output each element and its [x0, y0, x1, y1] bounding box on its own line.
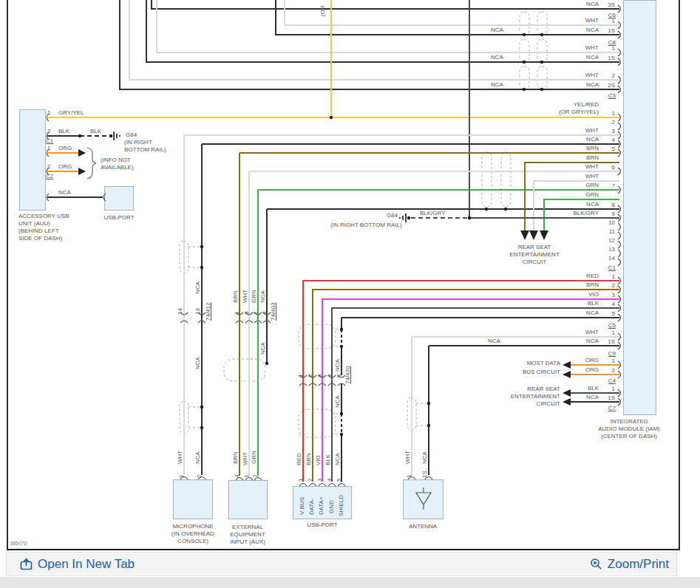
diagram-label: (OR — [319, 5, 326, 16]
diagram-label: (IN OVERHEAD — [171, 530, 214, 537]
diagram-label: NCA — [586, 136, 599, 143]
pin-number: 2 — [612, 119, 615, 126]
zoom-icon — [590, 558, 602, 570]
diagram-label: BLK — [58, 128, 69, 134]
diagram-label: BOTTOM RAIL) — [124, 146, 166, 153]
diagram-label: 1 — [297, 479, 304, 482]
diagram-label: WHT — [177, 451, 183, 464]
diagram-label: 2 — [196, 475, 203, 478]
diagram-label: GND — [328, 500, 335, 513]
pin-number: 1 — [612, 45, 615, 52]
diagram-label: NCA — [58, 189, 71, 196]
pin-number: 14 — [608, 255, 615, 261]
diagram-label: NCA — [586, 310, 599, 316]
diagram-label: ACCESSORY USB — [18, 213, 69, 219]
diagram-label: UNIT (AUU) — [18, 220, 50, 227]
pin-number: 3 — [612, 128, 615, 134]
diagram-label: INTEGRATED — [611, 418, 648, 425]
diagram-label: (OR GRY/YEL) — [559, 109, 599, 115]
pin-number: 1 — [612, 329, 615, 336]
diagram-label: ORG — [58, 145, 72, 151]
diagram-label: MICROPHONE — [172, 523, 213, 530]
diagram-label: WHT — [585, 127, 599, 134]
diagram-label: NCA — [586, 81, 599, 88]
diagram-label: 2 — [307, 375, 313, 377]
diagram-label: C2 — [46, 173, 53, 180]
pin-number: 2 — [612, 282, 615, 289]
diagram-label: 4 — [261, 312, 268, 315]
diagram-label: DATA- — [308, 498, 315, 515]
pin-number: 2 — [612, 367, 615, 374]
diagram-label: C1 — [608, 264, 616, 271]
diagram-label: 3 — [316, 375, 323, 377]
diagram-label: (INFO NOT — [101, 157, 131, 163]
diagram-label: NCA — [586, 54, 599, 61]
open-in-new-tab-link[interactable]: Open In New Tab — [20, 557, 135, 572]
diagram-label: RED — [586, 273, 599, 279]
diagram-label: USB-PORT — [307, 522, 337, 528]
diagram-label: NCA — [334, 453, 341, 465]
diagram-label: ANTENNA — [409, 523, 437, 530]
diagram-label: C4 — [608, 377, 616, 384]
diagram-label: WHT — [585, 44, 599, 51]
diagram-label: NCA — [586, 1, 599, 7]
pin-number: 5 — [612, 310, 615, 317]
diagram-label: DATA+ — [318, 496, 324, 515]
diagram-label: NCA — [586, 394, 599, 400]
wiring-diagram-viewer: { "doc_number": "385070", "footer": { "o… — [0, 0, 700, 588]
diagram-labels: 385070 NCAWHTNCAWHTNCAWHTNCAYEL/RED(OR G… — [0, 0, 700, 588]
diagram-label: 1 — [243, 475, 250, 478]
pin-number: 4 — [612, 137, 615, 143]
diagram-label: NCA — [491, 81, 503, 88]
diagram-label: C3 — [608, 92, 616, 99]
pin-number: 12 — [608, 237, 615, 244]
diagram-label: NCA — [194, 451, 201, 464]
diagram-label: WHT — [242, 290, 248, 303]
viewer-toolbar: Open In New Tab Zoom/Print — [6, 552, 677, 576]
diagram-label: YEL/RED — [574, 101, 599, 108]
diagram-label: WHT — [585, 17, 599, 24]
zoom-print-link[interactable]: Zoom/Print — [590, 557, 669, 572]
diagram-label: BLK — [324, 454, 331, 465]
diagram-label: BUS CIRCUIT — [523, 369, 560, 375]
pin-number: 2 — [612, 72, 615, 79]
diagram-label: NCA — [334, 395, 341, 408]
diagram-label: BLK/GRY — [420, 210, 446, 216]
diagram-label: 74/420 — [344, 366, 351, 384]
pin-number: 5 — [612, 146, 615, 152]
diagram-label: WHT — [585, 329, 599, 335]
diagram-label: 74/412 — [205, 303, 211, 321]
diagram-label: VIO — [588, 291, 599, 298]
diagram-label: 13 — [194, 308, 201, 315]
diagram-label: C7 — [608, 405, 616, 411]
pin-number: 3 — [612, 292, 615, 298]
diagram-label: BRN — [586, 281, 599, 288]
pin-number: 13 — [608, 246, 615, 253]
diagram-label: ENTERTAINMENT — [509, 251, 559, 258]
diagram-label: 14 — [177, 308, 183, 315]
diagram-label: GRN — [251, 451, 257, 464]
diagram-label: BLK — [588, 300, 599, 307]
pin-number: 9 — [612, 211, 615, 217]
diagram-label: NCA — [334, 359, 341, 372]
diagram-label: RED — [296, 453, 302, 465]
diagram-label: WHT — [585, 72, 599, 78]
diagram-label: 1 — [47, 145, 50, 151]
diagram-label: C5 — [608, 322, 616, 329]
page-bottom-strip — [0, 577, 700, 588]
pin-number: 1 — [612, 273, 615, 280]
pin-number: 1 — [612, 386, 615, 392]
diagram-label: INPUT (AUX) — [230, 539, 265, 545]
pin-number: 1S — [608, 338, 615, 345]
diagram-label: ORG — [585, 357, 599, 363]
diagram-label: NCA — [259, 290, 266, 303]
diagram-label: NCA — [491, 27, 503, 33]
diagram-label: 3 — [316, 479, 323, 482]
diagram-label: SHIELD — [338, 495, 344, 516]
pin-number: 6 — [612, 164, 615, 171]
diagram-label: (IN RIGHT BOTTOM RAIL) — [330, 222, 402, 228]
diagram-label: G84 — [387, 212, 398, 219]
diagram-label: BRN — [232, 451, 239, 464]
pin-number: 1 — [612, 110, 615, 117]
pin-number: 2S — [608, 82, 615, 89]
